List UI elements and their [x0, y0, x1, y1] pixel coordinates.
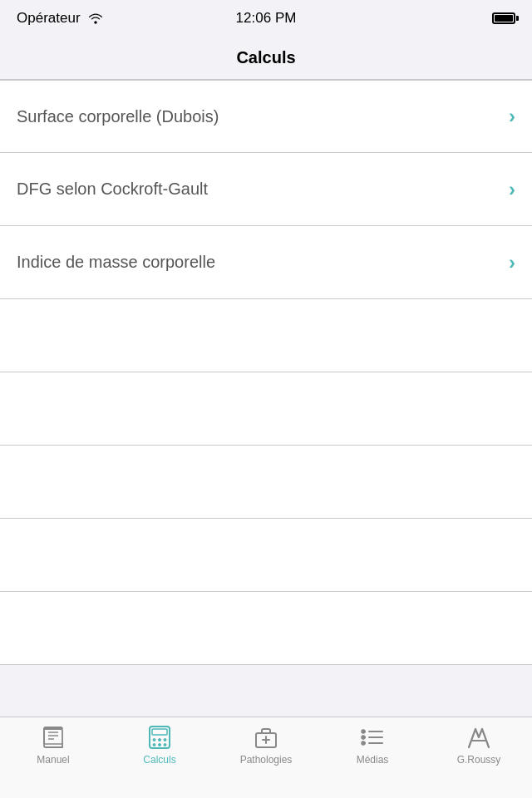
tab-calculs[interactable]: Calculs — [106, 724, 213, 766]
chevron-right-icon: › — [509, 105, 515, 128]
empty-row — [0, 372, 532, 446]
battery-fill — [495, 15, 513, 22]
tab-pathologies-label: Pathologies — [240, 754, 293, 766]
svg-point-4 — [164, 739, 166, 741]
empty-row — [0, 592, 532, 665]
svg-rect-1 — [152, 729, 167, 735]
chevron-right-icon: › — [509, 178, 515, 201]
medical-bag-icon — [253, 724, 279, 751]
media-list-icon — [359, 724, 386, 751]
list-item-label: Indice de masse corporelle — [17, 253, 215, 272]
status-time: 12:06 PM — [236, 10, 297, 27]
page-title: Calculs — [236, 48, 295, 67]
navigation-bar: Calculs — [0, 37, 532, 80]
book-icon — [40, 724, 66, 751]
list-item-dfg[interactable]: DFG selon Cockroft-Gault › — [0, 153, 532, 226]
status-bar: Opérateur 12:06 PM — [0, 0, 532, 37]
tab-groussy-label: G.Roussy — [457, 754, 501, 766]
empty-row — [0, 519, 532, 592]
empty-rows — [0, 299, 532, 665]
wifi-icon — [87, 12, 104, 24]
svg-point-6 — [159, 744, 161, 746]
svg-point-7 — [164, 744, 166, 746]
list-item-label: Surface corporelle (Dubois) — [17, 107, 219, 126]
empty-row — [0, 299, 532, 372]
list-item-label: DFG selon Cockroft-Gault — [17, 180, 208, 199]
carrier-wifi: Opérateur — [17, 10, 104, 27]
tab-manuel-label: Manuel — [37, 754, 69, 766]
tab-calculs-label: Calculs — [143, 754, 175, 766]
tab-medias[interactable]: Médias — [319, 724, 426, 766]
svg-point-2 — [153, 739, 155, 741]
battery-container — [492, 12, 515, 24]
svg-point-3 — [159, 739, 161, 741]
carrier-label: Opérateur — [17, 10, 81, 27]
empty-row — [0, 446, 532, 519]
calculator-icon — [146, 724, 173, 751]
calculs-list: Surface corporelle (Dubois) › DFG selon … — [0, 80, 532, 665]
chevron-right-icon: › — [509, 251, 515, 274]
tab-groussy[interactable]: G.Roussy — [426, 724, 532, 766]
tab-medias-label: Médias — [357, 754, 389, 766]
tab-pathologies[interactable]: Pathologies — [213, 724, 319, 766]
tab-bar: Manuel Calculs P — [0, 717, 532, 798]
svg-point-5 — [153, 744, 155, 746]
battery-icon — [492, 12, 515, 24]
list-item-imc[interactable]: Indice de masse corporelle › — [0, 226, 532, 299]
tab-manuel[interactable]: Manuel — [0, 724, 106, 766]
groussy-icon — [466, 724, 492, 751]
list-item-surface[interactable]: Surface corporelle (Dubois) › — [0, 80, 532, 153]
